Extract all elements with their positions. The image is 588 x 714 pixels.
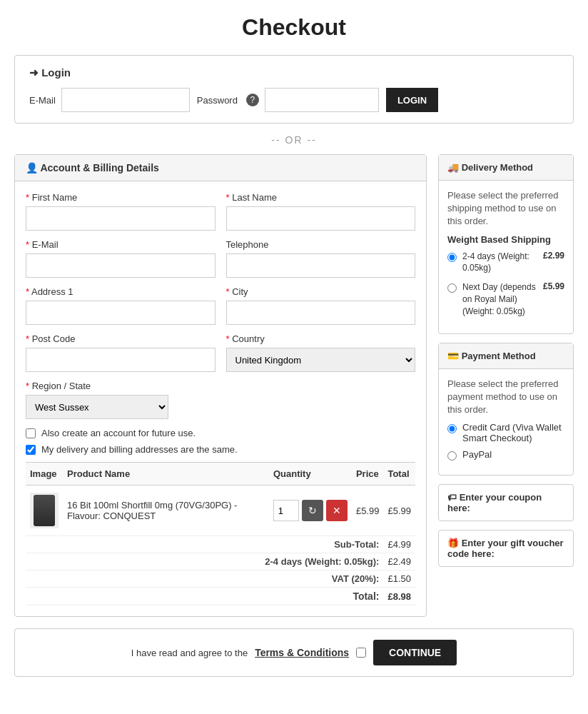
address1-label: * Address 1 xyxy=(26,286,216,297)
postcode-label: * Post Code xyxy=(26,333,216,344)
shipping-price-1: £2.99 xyxy=(543,251,564,261)
address1-input[interactable] xyxy=(26,301,216,325)
country-select[interactable]: United Kingdom United States France Germ… xyxy=(226,348,416,372)
billing-header: 👤 Account & Billing Details xyxy=(15,155,426,181)
login-section: ➜ Login E-Mail Password ? LOGIN xyxy=(14,55,574,124)
payment-option-1: Credit Card (Viva Wallet Smart Checkout) xyxy=(447,422,564,443)
col-image: Image xyxy=(26,463,63,486)
main-content: 👤 Account & Billing Details * First Name xyxy=(14,154,574,617)
col-price: Price xyxy=(352,463,384,486)
qty-refresh-button[interactable]: ↻ xyxy=(302,500,323,521)
col-product: Product Name xyxy=(63,463,269,486)
bottom-bar: I have read and agree to the Terms & Con… xyxy=(14,628,574,677)
billing-icon: 👤 xyxy=(26,162,38,174)
shipping-label: 2-4 days (Weight: 0.05kg): xyxy=(26,553,383,570)
billing-email-label: * E-Mail xyxy=(26,239,216,250)
last-name-label: * Last Name xyxy=(226,192,416,203)
table-row: 16 Bit 100ml Shortfill 0mg (70VG/30PG) -… xyxy=(26,486,415,536)
country-label: * Country xyxy=(226,333,416,344)
postcode-country-row: * Post Code * Country United Kingdom Uni… xyxy=(26,333,415,372)
product-image xyxy=(30,493,59,528)
telephone-label: Telephone xyxy=(226,239,416,250)
order-table: Image Product Name Quantity Price Total xyxy=(26,462,415,605)
billing-email-input[interactable] xyxy=(26,253,216,278)
voucher-section[interactable]: 🎁 Enter your gift voucher code here: xyxy=(438,530,574,567)
vat-value: £1.50 xyxy=(383,570,415,588)
qty-delete-button[interactable]: ✕ xyxy=(326,500,348,521)
first-name-input[interactable] xyxy=(26,206,216,231)
login-button[interactable]: LOGIN xyxy=(386,88,438,112)
country-group: * Country United Kingdom United States F… xyxy=(226,333,416,372)
terms-checkbox[interactable] xyxy=(356,648,366,658)
postcode-group: * Post Code xyxy=(26,333,216,372)
qty-control: ↻ ✕ xyxy=(273,500,348,521)
city-input[interactable] xyxy=(226,301,416,325)
subtotal-value: £4.99 xyxy=(383,536,415,553)
billing-email-group: * E-Mail xyxy=(26,239,216,278)
coupon-section[interactable]: 🏷 Enter your coupon here: xyxy=(438,484,574,521)
shipping-method-title: Weight Based Shipping xyxy=(447,234,564,245)
shipping-option-1: 2-4 days (Weight: 0.05kg) £2.99 xyxy=(447,251,564,275)
vat-row: VAT (20%): £1.50 xyxy=(26,570,415,588)
payment-header: 💳 Payment Method xyxy=(439,343,573,369)
delivery-header: 🚚 Delivery Method xyxy=(439,155,573,181)
address-city-row: * Address 1 * City xyxy=(26,286,415,325)
same-delivery-label: My delivery and billing addresses are th… xyxy=(41,444,238,455)
billing-body: * First Name * Last Name xyxy=(15,181,426,616)
password-help-icon[interactable]: ? xyxy=(246,94,259,106)
telephone-group: Telephone xyxy=(226,239,416,278)
voucher-icon: 🎁 xyxy=(447,538,459,548)
name-row: * First Name * Last Name xyxy=(26,192,415,231)
email-input[interactable] xyxy=(61,88,190,112)
password-label: Password xyxy=(197,95,238,106)
col-qty: Quantity xyxy=(269,463,352,486)
create-account-checkbox[interactable] xyxy=(26,428,36,438)
product-name: 16 Bit 100ml Shortfill 0mg (70VG/30PG) -… xyxy=(67,500,237,521)
shipping-label-2: Next Day (depends on Royal Mail) (Weight… xyxy=(462,281,537,317)
coupon-label: Enter your coupon here: xyxy=(447,492,542,513)
continue-button[interactable]: CONTINUE xyxy=(373,640,457,665)
delivery-body: Please select the preferred shipping met… xyxy=(439,181,573,333)
payment-option-2: PayPal xyxy=(447,449,564,461)
first-name-label: * First Name xyxy=(26,192,216,203)
total-label: Total: xyxy=(26,588,383,605)
subtotal-label: Sub-Total: xyxy=(26,536,383,553)
payment-label-1: Credit Card (Viva Wallet Smart Checkout) xyxy=(462,422,564,443)
shipping-radio-2[interactable] xyxy=(447,283,457,293)
page-title: Checkout xyxy=(14,14,574,41)
postcode-input[interactable] xyxy=(26,348,216,372)
shipping-price-2: £5.99 xyxy=(543,281,564,291)
same-delivery-checkbox[interactable] xyxy=(26,445,36,455)
qty-cell: ↻ ✕ xyxy=(269,486,352,536)
payment-label-2: PayPal xyxy=(462,449,492,460)
terms-link[interactable]: Terms & Conditions xyxy=(255,647,349,658)
first-name-group: * First Name xyxy=(26,192,216,231)
agree-text: I have read and agree to the xyxy=(131,648,248,658)
shipping-value: £2.49 xyxy=(383,553,415,570)
region-group: * Region / State West Sussex East Sussex… xyxy=(26,381,415,419)
shipping-radio-1[interactable] xyxy=(447,253,457,262)
delivery-description: Please select the preferred shipping met… xyxy=(447,189,564,228)
last-name-input[interactable] xyxy=(226,206,416,231)
password-input[interactable] xyxy=(265,88,379,112)
total-row: Total: £8.98 xyxy=(26,588,415,605)
shipping-option-2: Next Day (depends on Royal Mail) (Weight… xyxy=(447,281,564,317)
delivery-box: 🚚 Delivery Method Please select the pref… xyxy=(438,154,574,334)
payment-radio-1[interactable] xyxy=(447,424,457,433)
login-icon: ➜ xyxy=(29,66,39,79)
or-divider: -- OR -- xyxy=(14,134,574,146)
login-row: E-Mail Password ? LOGIN xyxy=(29,88,559,112)
telephone-input[interactable] xyxy=(226,253,416,278)
region-label: * Region / State xyxy=(26,381,415,391)
qty-input[interactable] xyxy=(273,500,299,521)
last-name-group: * Last Name xyxy=(226,192,416,231)
payment-radio-2[interactable] xyxy=(447,451,457,461)
total-value: £8.98 xyxy=(383,588,415,605)
price-cell: £5.99 xyxy=(352,486,384,536)
city-label: * City xyxy=(226,286,416,297)
payment-body: Please select the preferred payment meth… xyxy=(439,369,573,476)
product-image-cell xyxy=(26,486,63,536)
col-total: Total xyxy=(383,463,415,486)
billing-panel: 👤 Account & Billing Details * First Name xyxy=(14,154,427,617)
region-select[interactable]: West Sussex East Sussex Surrey Kent Hamp… xyxy=(26,395,168,419)
